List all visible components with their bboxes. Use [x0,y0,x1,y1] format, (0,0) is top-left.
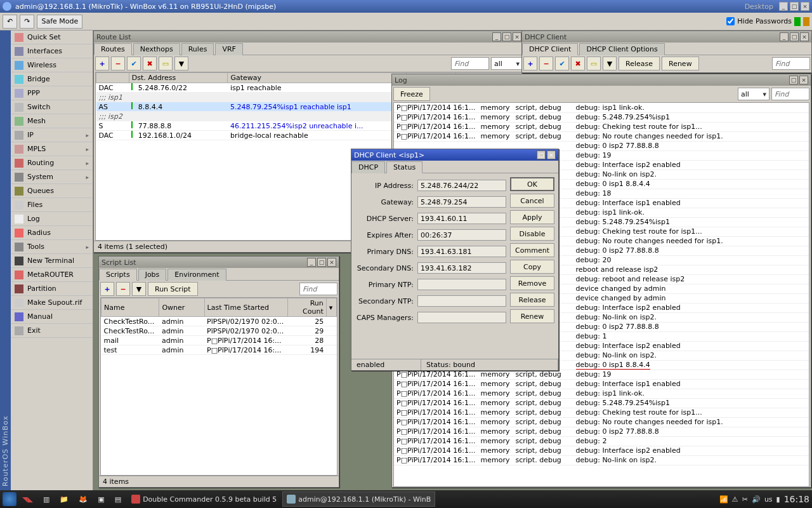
apply-button[interactable]: Apply [510,210,554,224]
script-list-title[interactable]: Script List _ □ × [99,257,339,268]
log-row[interactable]: Р□РїРі/17/2014 16:1...memoryscript, debu… [394,131,809,141]
sidebar-item-ppp[interactable]: PPP [11,86,93,100]
tab-rules[interactable]: Rules [181,43,214,55]
route-list-title[interactable]: Route List _ □ × [94,31,524,43]
sidebar-item-system[interactable]: System [11,170,93,184]
sidebar-item-interfaces[interactable]: Interfaces [11,44,93,58]
sidebar-item-tools[interactable]: Tools [11,240,93,254]
remove-button[interactable]: − [111,57,125,70]
tab-routes[interactable]: Routes [94,43,132,55]
log-row[interactable]: Р□РїРі/17/2014 16:1...memoryscript. debu… [394,455,809,465]
tab-jobs[interactable]: Jobs [138,269,167,281]
log-row[interactable]: Р□РїРі/17/2014 16:1...memoryscript, debu… [394,379,809,389]
log-row[interactable]: Р□РїРі/17/2014 16:1...memoryscript, debu… [394,417,809,427]
disable-button[interactable]: Disable [510,227,554,241]
comment-button[interactable]: ▭ [159,57,173,70]
clipboard-icon[interactable]: ✂ [742,495,748,504]
sidebar-item-manual[interactable]: Manual [11,310,93,324]
tab-dhcp-client-options[interactable]: DHCP Client Options [579,43,664,55]
safe-mode-button[interactable]: Safe Mode [37,15,82,29]
dhcp-dialog-title[interactable]: DHCP Client <isp1> □ × [351,149,558,161]
maximize-button[interactable]: □ [790,2,799,11]
close-icon[interactable]: × [800,32,809,41]
editor-icon[interactable]: ▤ [110,491,126,507]
script-list-window[interactable]: Script List _ □ × ScriptsJobsEnvironment… [98,256,339,488]
script-row[interactable]: mailadminР□РїРі/17/2014 16:...28 [102,336,337,345]
maximize-icon[interactable]: □ [537,150,546,159]
filter-button[interactable]: ▼ [174,57,188,70]
maximize-icon[interactable]: □ [789,76,798,84]
tab-dhcp-client[interactable]: DHCP Client [522,43,578,55]
minimize-icon[interactable]: _ [780,32,789,41]
clock[interactable]: 16:18 [784,494,809,504]
close-icon[interactable]: × [799,76,808,84]
wifi-icon[interactable]: 📶 [719,495,728,504]
volume-icon[interactable]: 🔊 [752,495,761,504]
script-row[interactable]: CheckTestRo...adminРїРЅРі/02/1970 02:0..… [102,317,337,326]
maximize-icon[interactable]: □ [502,32,511,41]
remove-button[interactable]: − [116,282,130,296]
disable-button[interactable]: ✖ [571,57,585,70]
close-icon[interactable]: × [327,258,336,267]
log-row[interactable]: Р□РїРі/17/2014 16:1...memoryscript, debu… [394,436,809,446]
remove-button[interactable]: Remove [510,276,554,290]
maximize-icon[interactable]: □ [317,258,326,267]
tab-vrf[interactable]: VRF [215,43,243,55]
sidebar-item-log[interactable]: Log [11,212,93,226]
tab-scripts[interactable]: Scripts [99,269,137,281]
col-header[interactable] [96,73,129,83]
remove-button[interactable]: − [539,57,553,70]
add-button[interactable]: + [95,57,109,70]
minimize-icon[interactable]: _ [307,258,316,267]
log-row[interactable]: Р□РїРі/17/2014 16:1...memoryscript, debu… [394,103,809,112]
sidebar-item-quick-set[interactable]: Quick Set [11,30,93,44]
filter-combo[interactable]: all [491,57,523,70]
script-row[interactable]: testadminР□РїРі/17/2014 16:...194 [102,345,337,355]
log-row[interactable]: Р□РїРі/17/2014 16:1...memoryscript, debu… [394,112,809,122]
log-filter-combo[interactable]: all [738,88,769,100]
close-button[interactable]: × [801,2,809,11]
keyboard-layout[interactable]: us [764,495,773,504]
filter-button[interactable]: ▼ [132,282,146,296]
enable-button[interactable]: ✔ [127,57,141,70]
log-row[interactable]: Р□РїРі/17/2014 16:1...memoryscript, debu… [394,122,809,131]
add-button[interactable]: + [100,282,114,296]
script-row[interactable]: CheckTestRo...adminРїРЅРі/02/1970 02:0..… [102,326,337,336]
log-row[interactable]: Р□РїРі/17/2014 16:1...memoryscript, debu… [394,427,809,436]
comment-button[interactable]: Comment [510,243,554,257]
run-script-button[interactable]: Run Script [148,282,198,296]
battery-icon[interactable]: ▮ [776,495,780,504]
filter-button[interactable]: ▼ [603,57,617,70]
disable-button[interactable]: ✖ [143,57,157,70]
updates-icon[interactable]: ⚠ [732,495,738,504]
enable-button[interactable]: ✔ [555,57,569,70]
activity-icon[interactable]: ◥◣ [18,491,37,507]
terminal-icon[interactable]: ▣ [93,491,108,507]
cancel-button[interactable]: Cancel [510,194,554,208]
log-row[interactable]: Р□РїРі/17/2014 16:1...memoryscript, debu… [394,398,809,408]
kickoff-icon[interactable] [3,492,16,506]
find-input[interactable] [772,57,810,70]
sidebar-item-ip[interactable]: IP [11,128,93,142]
undo-button[interactable]: ↶ [3,15,17,29]
sidebar-item-routing[interactable]: Routing [11,156,93,170]
maximize-icon[interactable]: □ [790,32,799,41]
sidebar-item-switch[interactable]: Switch [11,100,93,114]
script-grid[interactable]: NameOwnerLast Time StartedRun Count▾Chec… [100,297,337,476]
sidebar-item-partition[interactable]: Partition [11,282,93,296]
minimize-button[interactable]: _ [779,2,788,11]
close-icon[interactable]: × [513,32,521,41]
find-input[interactable] [771,88,809,100]
redo-button[interactable]: ↷ [20,15,34,29]
add-button[interactable]: + [523,57,537,70]
copy-button[interactable]: Copy [510,260,554,274]
taskbar-item[interactable]: Double Commander 0.5.9 beta build 5 [127,491,281,507]
release-button[interactable]: Release [510,293,554,307]
dhcp-client-title[interactable]: DHCP Client _ □ × [522,31,811,43]
sidebar-item-make-supout[interactable]: Make Supout.rif [11,296,93,310]
minimize-icon[interactable]: _ [492,32,501,41]
tab-dhcp[interactable]: DHCP [351,161,385,173]
comment-button[interactable]: ▭ [587,57,601,70]
sidebar-item-exit[interactable]: Exit [11,324,93,338]
freeze-button[interactable]: Freeze [393,87,430,101]
